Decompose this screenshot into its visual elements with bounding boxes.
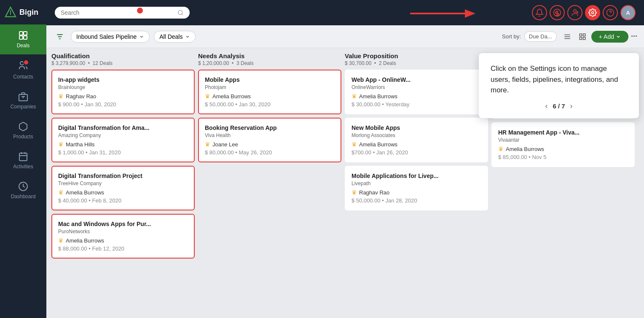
- app-name: Bigin: [19, 8, 38, 17]
- add-user-button[interactable]: [567, 5, 582, 20]
- grid-view-button[interactable]: [576, 30, 589, 43]
- app-logo: Bigin: [0, 0, 46, 24]
- deal-company: Morlong Associates: [352, 132, 481, 138]
- tooltip-text: Click on the Settings icon to manage use…: [491, 63, 627, 96]
- tooltip-popup: Click on the Settings icon to manage use…: [479, 53, 639, 118]
- column-value-proposition: Value Proposition $ 30,700.00 • 2 Deals …: [345, 52, 488, 314]
- crown-icon: ♛: [205, 93, 210, 100]
- svg-rect-10: [19, 153, 27, 161]
- crown-icon: ♛: [205, 141, 210, 148]
- deal-amount: $ 85,000.00 • Nov 5: [498, 154, 628, 160]
- view-controls: + Add ···: [561, 30, 637, 43]
- sidebar-label-deals: Deals: [17, 43, 30, 49]
- column-header-value-proposition: Value Proposition $ 30,700.00 • 2 Deals: [345, 52, 488, 66]
- crown-icon: ♛: [58, 141, 64, 148]
- more-options-button[interactable]: ···: [631, 32, 637, 41]
- deal-company: OnlineWarriors: [352, 84, 481, 90]
- svg-line-16: [182, 14, 183, 15]
- deal-title: Digital Transformation Project: [58, 172, 188, 179]
- deal-amount: $ 80,000.00 • May 26, 2020: [205, 149, 335, 156]
- deals-label: All Deals: [159, 33, 182, 40]
- tooltip-pagination: ‹ 6 / 7 ›: [491, 102, 627, 110]
- sidebar-item-dashboard[interactable]: Dashboard: [0, 175, 46, 205]
- deal-card[interactable]: Mobile Apps Photojam ♛ Amelia Burrows $ …: [198, 70, 341, 114]
- deal-company: Vivaantar: [498, 137, 628, 143]
- sidebar-item-products[interactable]: Products: [0, 116, 46, 146]
- deal-title: Digital Transformation for Ama...: [58, 124, 188, 131]
- crown-icon: ♛: [352, 189, 357, 196]
- deal-owner-name: Raghav Rao: [66, 93, 96, 100]
- pipeline-selector[interactable]: Inbound Sales Pipeline: [71, 31, 150, 43]
- list-view-button[interactable]: [561, 30, 574, 43]
- deals-selector[interactable]: All Deals: [154, 31, 196, 43]
- deal-company: Viva Health: [205, 132, 335, 138]
- add-deal-button[interactable]: + Add: [591, 31, 628, 43]
- column-title-needs-analysis: Needs Analysis: [198, 52, 254, 59]
- deal-card[interactable]: HR Management App - Viva... Vivaantar ♛ …: [491, 122, 635, 167]
- svg-rect-2: [19, 32, 23, 35]
- deal-company: Photojam: [205, 84, 335, 90]
- deal-owner-name: Amelia Burrows: [66, 189, 104, 196]
- deal-card[interactable]: Digital Transformation Project TreeHive …: [51, 166, 195, 210]
- sidebar-label-dashboard: Dashboard: [11, 194, 36, 199]
- deal-owner: ♛ Amelia Burrows: [352, 93, 481, 100]
- deal-owner-name: Raghav Rao: [359, 189, 389, 196]
- crown-icon: ♛: [58, 237, 64, 244]
- help-button[interactable]: [603, 5, 618, 20]
- deal-amount: $ 1,000.00 • Jan 31, 2020: [58, 149, 188, 156]
- sort-value: Due Da...: [529, 33, 552, 40]
- deal-card[interactable]: In-app widgets Brainlounge ♛ Raghav Rao …: [51, 70, 195, 114]
- red-arrow: [410, 6, 478, 21]
- deal-card[interactable]: Booking Reservation App Viva Health ♛ Jo…: [198, 118, 341, 162]
- deal-owner-name: Amelia Burrows: [212, 93, 251, 100]
- deal-amount: $ 88,000.00 • Feb 12, 2020: [58, 245, 188, 252]
- deal-title: In-app widgets: [58, 76, 188, 83]
- deal-owner-name: Amelia Burrows: [66, 237, 104, 244]
- search-box[interactable]: [55, 7, 190, 19]
- search-input[interactable]: [61, 9, 174, 16]
- deal-card[interactable]: Web App - OnlineW... OnlineWarriors ♛ Am…: [345, 70, 488, 114]
- deal-owner-name: Amelia Burrows: [359, 93, 397, 100]
- pipeline-label: Inbound Sales Pipeline: [76, 33, 137, 40]
- deal-company: TreeHive Company: [58, 181, 188, 186]
- sidebar-label-contacts: Contacts: [13, 74, 33, 80]
- avatar[interactable]: A: [620, 5, 636, 20]
- sidebar-item-deals[interactable]: Deals: [0, 24, 46, 54]
- deal-title: Mobile Applications for Livep...: [352, 172, 481, 179]
- deal-card[interactable]: New Mobile Apps Morlong Associates ♛ Ame…: [345, 118, 488, 162]
- deal-owner: ♛ Amelia Burrows: [498, 146, 628, 152]
- sidebar-item-companies[interactable]: Companies: [0, 86, 46, 116]
- svg-rect-33: [580, 34, 582, 36]
- deal-card[interactable]: Mac and Windows Apps for Pur... PuroNetw…: [51, 214, 195, 259]
- deal-owner: ♛ Amelia Burrows: [352, 141, 481, 148]
- deal-title: Mobile Apps: [205, 76, 335, 83]
- sidebar-item-contacts[interactable]: Contacts: [0, 54, 46, 86]
- tooltip-prev-button[interactable]: ‹: [545, 102, 547, 110]
- topbar-actions: A: [532, 5, 636, 20]
- deal-title: Web App - OnlineW...: [352, 76, 481, 83]
- sidebar-item-activities[interactable]: Activities: [0, 146, 46, 175]
- crown-icon: ♛: [352, 141, 357, 148]
- svg-point-15: [178, 10, 182, 14]
- svg-point-24: [592, 12, 594, 14]
- main-content: A Inbound Sales Pipeline All Deals Sort …: [46, 0, 644, 318]
- filter-button[interactable]: [53, 30, 67, 43]
- deal-card[interactable]: Mobile Applications for Livep... Livepat…: [345, 166, 488, 210]
- column-title-value-proposition: Value Proposition: [345, 52, 398, 59]
- tooltip-next-button[interactable]: ›: [570, 102, 573, 110]
- currency-button[interactable]: [550, 5, 565, 20]
- deal-company: Livepath: [352, 181, 481, 186]
- svg-point-21: [574, 10, 577, 13]
- column-cards-value-proposition: Web App - OnlineW... OnlineWarriors ♛ Am…: [345, 70, 488, 314]
- sidebar-label-companies: Companies: [11, 104, 36, 110]
- column-meta-qualification: $ 3,279,900.00 • 12 Deals: [51, 60, 113, 66]
- tooltip-page: 6 / 7: [553, 102, 565, 110]
- deal-owner-name: Amelia Burrows: [359, 141, 397, 148]
- column-meta-value-proposition: $ 30,700.00 • 2 Deals: [345, 60, 398, 66]
- notifications-button[interactable]: [532, 5, 547, 20]
- column-meta-needs-analysis: $ 1,20,000.00 • 3 Deals: [198, 60, 254, 66]
- sort-selector[interactable]: Due Da...: [524, 31, 557, 42]
- column-cards-qualification: In-app widgets Brainlounge ♛ Raghav Rao …: [51, 70, 195, 314]
- deal-card[interactable]: Digital Transformation for Ama... Amazin…: [51, 118, 195, 162]
- settings-button[interactable]: [585, 5, 600, 20]
